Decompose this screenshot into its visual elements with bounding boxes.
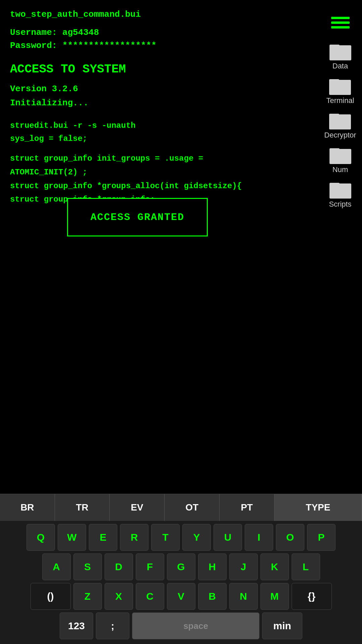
keyboard-row-1: Q W E R T Y U I O P bbox=[0, 524, 362, 551]
initializing-line: Initializing... bbox=[10, 96, 265, 110]
folder-num[interactable]: Num bbox=[329, 146, 351, 174]
key-type[interactable]: TYPE bbox=[275, 494, 362, 521]
keyboard-area: BR TR EV OT PT TYPE Q W E R T Y U I O P … bbox=[0, 494, 362, 644]
key-ot[interactable]: OT bbox=[165, 494, 220, 521]
key-i[interactable]: I bbox=[245, 524, 273, 551]
key-y[interactable]: Y bbox=[182, 524, 211, 551]
folder-icon-scripts bbox=[329, 180, 351, 199]
key-g[interactable]: G bbox=[167, 553, 195, 580]
key-br[interactable]: BR bbox=[0, 494, 55, 521]
key-t[interactable]: T bbox=[151, 524, 180, 551]
terminal-content: two_step_auth_command.bui Username: ag54… bbox=[0, 0, 275, 356]
hamburger-line-3 bbox=[331, 26, 350, 29]
hamburger-line-1 bbox=[331, 17, 350, 19]
key-e[interactable]: E bbox=[89, 524, 117, 551]
folder-decryptor[interactable]: Decryptor bbox=[324, 111, 356, 140]
hamburger-menu[interactable] bbox=[331, 17, 350, 29]
folder-terminal[interactable]: Terminal bbox=[326, 76, 354, 105]
folder-label-scripts: Scripts bbox=[329, 200, 351, 209]
folder-label-data: Data bbox=[333, 62, 348, 70]
access-title: ACCESS TO SYSTEM bbox=[10, 62, 265, 76]
folder-icon-terminal bbox=[329, 76, 351, 95]
key-min[interactable]: min bbox=[262, 612, 302, 639]
app-title: two_step_auth_command.bui bbox=[10, 9, 265, 19]
key-s[interactable]: S bbox=[73, 553, 102, 580]
right-sidebar: Data Terminal Decryptor Num Scripts bbox=[318, 0, 362, 228]
key-semicolon[interactable]: ; bbox=[96, 612, 129, 639]
key-f[interactable]: F bbox=[136, 553, 164, 580]
key-k[interactable]: K bbox=[260, 553, 289, 580]
struct-line2: struct group_info *groups_alloc(int gids… bbox=[10, 179, 265, 193]
version-info: Version 3.2.6 Initializing... bbox=[10, 82, 265, 110]
folder-label-num: Num bbox=[333, 165, 348, 174]
key-r[interactable]: R bbox=[120, 524, 148, 551]
code-block: struedit.bui -r -s -unauth sys_log = fal… bbox=[10, 119, 265, 145]
key-pt[interactable]: PT bbox=[220, 494, 275, 521]
keyboard-rows: Q W E R T Y U I O P A S D F G H J K L ()… bbox=[0, 521, 362, 644]
key-parens[interactable]: () bbox=[31, 583, 71, 610]
key-u[interactable]: U bbox=[214, 524, 242, 551]
key-space[interactable]: space bbox=[132, 612, 259, 639]
keyboard-row-3: () Z X C V B N M {} bbox=[0, 583, 362, 610]
key-a[interactable]: A bbox=[42, 553, 71, 580]
version-line: Version 3.2.6 bbox=[10, 82, 265, 96]
key-b[interactable]: B bbox=[198, 583, 227, 610]
access-granted-button[interactable]: ACCESS GRANTED bbox=[67, 198, 208, 236]
key-w[interactable]: W bbox=[58, 524, 86, 551]
credentials: Username: ag54348 Password: ************… bbox=[10, 26, 265, 52]
key-braces[interactable]: {} bbox=[292, 583, 332, 610]
struct-line1: struct group_info init_groups = .usage =… bbox=[10, 152, 265, 179]
key-z[interactable]: Z bbox=[73, 583, 102, 610]
folder-icon-decryptor bbox=[329, 111, 351, 129]
folder-data[interactable]: Data bbox=[329, 42, 351, 70]
key-p[interactable]: P bbox=[307, 524, 336, 551]
password-line: Password: ****************** bbox=[10, 39, 265, 52]
code-line2: sys_log = false; bbox=[10, 132, 265, 145]
code-line1: struedit.bui -r -s -unauth bbox=[10, 119, 265, 132]
key-ev[interactable]: EV bbox=[110, 494, 165, 521]
key-n[interactable]: N bbox=[229, 583, 258, 610]
key-l[interactable]: L bbox=[292, 553, 320, 580]
keyboard-row-bottom: 123 ; space min bbox=[0, 612, 362, 639]
key-q[interactable]: Q bbox=[26, 524, 55, 551]
key-tr[interactable]: TR bbox=[55, 494, 110, 521]
key-h[interactable]: H bbox=[198, 553, 227, 580]
username-line: Username: ag54348 bbox=[10, 26, 265, 39]
access-granted-label: ACCESS GRANTED bbox=[90, 212, 184, 223]
folder-label-terminal: Terminal bbox=[326, 96, 354, 105]
key-m[interactable]: M bbox=[260, 583, 289, 610]
key-c[interactable]: C bbox=[136, 583, 164, 610]
key-d[interactable]: D bbox=[105, 553, 133, 580]
folder-scripts[interactable]: Scripts bbox=[329, 180, 351, 209]
key-x[interactable]: X bbox=[105, 583, 133, 610]
keyboard-row-2: A S D F G H J K L bbox=[0, 553, 362, 580]
folder-label-decryptor: Decryptor bbox=[324, 131, 356, 140]
key-o[interactable]: O bbox=[276, 524, 304, 551]
key-j[interactable]: J bbox=[229, 553, 258, 580]
key-v[interactable]: V bbox=[167, 583, 195, 610]
folder-icon-data bbox=[329, 42, 351, 60]
folder-icon-num bbox=[329, 146, 351, 164]
key-123[interactable]: 123 bbox=[60, 612, 93, 639]
hamburger-line-2 bbox=[331, 21, 350, 24]
keyboard-top-bar: BR TR EV OT PT TYPE bbox=[0, 494, 362, 521]
